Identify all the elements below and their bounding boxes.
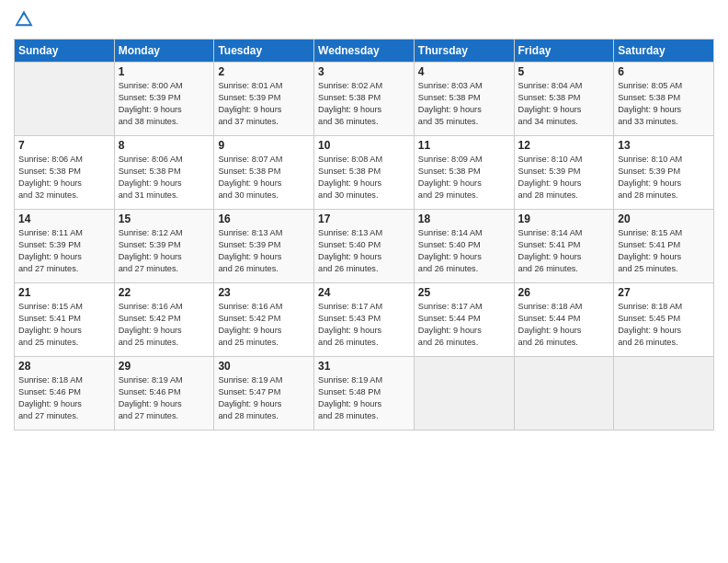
calendar-cell: 22Sunrise: 8:16 AM Sunset: 5:42 PM Dayli… (114, 283, 214, 357)
day-number: 5 (518, 65, 610, 78)
calendar-cell: 13Sunrise: 8:10 AM Sunset: 5:39 PM Dayli… (614, 136, 714, 210)
calendar-cell: 23Sunrise: 8:16 AM Sunset: 5:42 PM Dayli… (214, 283, 314, 357)
day-number: 1 (119, 65, 210, 78)
calendar-cell: 19Sunrise: 8:14 AM Sunset: 5:41 PM Dayli… (514, 210, 614, 283)
day-info: Sunrise: 8:02 AM Sunset: 5:38 PM Dayligh… (318, 80, 410, 128)
calendar: SundayMondayTuesdayWednesdayThursdayFrid… (14, 39, 714, 431)
day-number: 14 (18, 213, 110, 225)
day-number: 28 (18, 360, 110, 373)
day-number: 24 (318, 286, 410, 299)
day-info: Sunrise: 8:16 AM Sunset: 5:42 PM Dayligh… (218, 301, 310, 349)
calendar-week-row: 7Sunrise: 8:06 AM Sunset: 5:38 PM Daylig… (15, 136, 714, 210)
calendar-cell: 27Sunrise: 8:18 AM Sunset: 5:45 PM Dayli… (614, 283, 714, 357)
day-number: 4 (418, 65, 510, 78)
calendar-cell: 11Sunrise: 8:09 AM Sunset: 5:38 PM Dayli… (414, 136, 514, 210)
day-info: Sunrise: 8:14 AM Sunset: 5:41 PM Dayligh… (518, 227, 610, 275)
day-info: Sunrise: 8:19 AM Sunset: 5:48 PM Dayligh… (318, 374, 410, 422)
day-number: 11 (418, 139, 510, 152)
calendar-cell: 18Sunrise: 8:14 AM Sunset: 5:40 PM Dayli… (414, 210, 514, 283)
day-info: Sunrise: 8:18 AM Sunset: 5:46 PM Dayligh… (18, 374, 110, 422)
weekday-header: Tuesday (214, 40, 314, 63)
day-info: Sunrise: 8:13 AM Sunset: 5:39 PM Dayligh… (218, 227, 310, 275)
calendar-cell (414, 357, 514, 431)
day-number: 13 (618, 139, 710, 152)
day-info: Sunrise: 8:19 AM Sunset: 5:46 PM Dayligh… (119, 374, 210, 422)
calendar-cell (614, 357, 714, 431)
day-number: 30 (218, 360, 310, 373)
calendar-cell: 16Sunrise: 8:13 AM Sunset: 5:39 PM Dayli… (214, 210, 314, 283)
weekday-header: Monday (114, 40, 214, 63)
calendar-cell: 25Sunrise: 8:17 AM Sunset: 5:44 PM Dayli… (414, 283, 514, 357)
calendar-cell: 8Sunrise: 8:06 AM Sunset: 5:38 PM Daylig… (114, 136, 214, 210)
logo (14, 9, 36, 31)
day-info: Sunrise: 8:01 AM Sunset: 5:39 PM Dayligh… (218, 80, 310, 128)
day-info: Sunrise: 8:13 AM Sunset: 5:40 PM Dayligh… (318, 227, 410, 275)
day-info: Sunrise: 8:09 AM Sunset: 5:38 PM Dayligh… (418, 154, 510, 201)
day-number: 25 (418, 286, 510, 299)
day-info: Sunrise: 8:14 AM Sunset: 5:40 PM Dayligh… (418, 227, 510, 275)
calendar-header: SundayMondayTuesdayWednesdayThursdayFrid… (15, 40, 714, 63)
header (14, 9, 714, 31)
calendar-cell: 5Sunrise: 8:04 AM Sunset: 5:38 PM Daylig… (514, 63, 614, 136)
calendar-cell: 28Sunrise: 8:18 AM Sunset: 5:46 PM Dayli… (15, 357, 115, 431)
day-info: Sunrise: 8:04 AM Sunset: 5:38 PM Dayligh… (518, 80, 610, 128)
calendar-week-row: 14Sunrise: 8:11 AM Sunset: 5:39 PM Dayli… (15, 210, 714, 283)
day-number: 2 (218, 65, 310, 78)
day-number: 26 (518, 286, 610, 299)
day-number: 8 (119, 139, 210, 152)
day-number: 9 (218, 139, 310, 152)
day-info: Sunrise: 8:05 AM Sunset: 5:38 PM Dayligh… (618, 80, 710, 128)
calendar-cell: 17Sunrise: 8:13 AM Sunset: 5:40 PM Dayli… (314, 210, 415, 283)
page: SundayMondayTuesdayWednesdayThursdayFrid… (0, 0, 728, 563)
day-info: Sunrise: 8:00 AM Sunset: 5:39 PM Dayligh… (119, 80, 210, 128)
day-info: Sunrise: 8:07 AM Sunset: 5:38 PM Dayligh… (218, 154, 310, 201)
weekday-header: Saturday (614, 40, 714, 63)
day-number: 6 (618, 65, 710, 78)
calendar-cell: 24Sunrise: 8:17 AM Sunset: 5:43 PM Dayli… (314, 283, 415, 357)
day-number: 31 (318, 360, 410, 373)
calendar-week-row: 21Sunrise: 8:15 AM Sunset: 5:41 PM Dayli… (15, 283, 714, 357)
calendar-cell: 26Sunrise: 8:18 AM Sunset: 5:44 PM Dayli… (514, 283, 614, 357)
day-number: 7 (18, 139, 110, 152)
day-number: 15 (119, 213, 210, 225)
day-info: Sunrise: 8:15 AM Sunset: 5:41 PM Dayligh… (618, 227, 710, 275)
weekday-header: Friday (514, 40, 614, 63)
calendar-cell: 14Sunrise: 8:11 AM Sunset: 5:39 PM Dayli… (15, 210, 115, 283)
day-info: Sunrise: 8:15 AM Sunset: 5:41 PM Dayligh… (18, 301, 110, 349)
day-info: Sunrise: 8:11 AM Sunset: 5:39 PM Dayligh… (18, 227, 110, 275)
calendar-week-row: 1Sunrise: 8:00 AM Sunset: 5:39 PM Daylig… (15, 63, 714, 136)
day-number: 12 (518, 139, 610, 152)
calendar-cell: 6Sunrise: 8:05 AM Sunset: 5:38 PM Daylig… (614, 63, 714, 136)
calendar-cell: 31Sunrise: 8:19 AM Sunset: 5:48 PM Dayli… (314, 357, 415, 431)
day-number: 19 (518, 213, 610, 225)
day-number: 22 (119, 286, 210, 299)
day-info: Sunrise: 8:06 AM Sunset: 5:38 PM Dayligh… (119, 154, 210, 201)
calendar-cell: 4Sunrise: 8:03 AM Sunset: 5:38 PM Daylig… (414, 63, 514, 136)
day-info: Sunrise: 8:12 AM Sunset: 5:39 PM Dayligh… (119, 227, 210, 275)
calendar-cell (15, 63, 115, 136)
calendar-cell: 21Sunrise: 8:15 AM Sunset: 5:41 PM Dayli… (15, 283, 115, 357)
day-info: Sunrise: 8:10 AM Sunset: 5:39 PM Dayligh… (518, 154, 610, 201)
day-info: Sunrise: 8:03 AM Sunset: 5:38 PM Dayligh… (418, 80, 510, 128)
day-number: 23 (218, 286, 310, 299)
calendar-cell: 7Sunrise: 8:06 AM Sunset: 5:38 PM Daylig… (15, 136, 115, 210)
day-number: 10 (318, 139, 410, 152)
day-number: 3 (318, 65, 410, 78)
calendar-cell: 12Sunrise: 8:10 AM Sunset: 5:39 PM Dayli… (514, 136, 614, 210)
day-info: Sunrise: 8:18 AM Sunset: 5:44 PM Dayligh… (518, 301, 610, 349)
day-info: Sunrise: 8:18 AM Sunset: 5:45 PM Dayligh… (618, 301, 710, 349)
calendar-cell: 10Sunrise: 8:08 AM Sunset: 5:38 PM Dayli… (314, 136, 415, 210)
calendar-cell: 15Sunrise: 8:12 AM Sunset: 5:39 PM Dayli… (114, 210, 214, 283)
day-info: Sunrise: 8:17 AM Sunset: 5:43 PM Dayligh… (318, 301, 410, 349)
calendar-cell: 29Sunrise: 8:19 AM Sunset: 5:46 PM Dayli… (114, 357, 214, 431)
calendar-cell: 20Sunrise: 8:15 AM Sunset: 5:41 PM Dayli… (614, 210, 714, 283)
day-info: Sunrise: 8:06 AM Sunset: 5:38 PM Dayligh… (18, 154, 110, 201)
calendar-cell: 2Sunrise: 8:01 AM Sunset: 5:39 PM Daylig… (214, 63, 314, 136)
day-info: Sunrise: 8:16 AM Sunset: 5:42 PM Dayligh… (119, 301, 210, 349)
calendar-body: 1Sunrise: 8:00 AM Sunset: 5:39 PM Daylig… (15, 63, 714, 431)
day-number: 17 (318, 213, 410, 225)
weekday-header: Sunday (15, 40, 115, 63)
calendar-cell (514, 357, 614, 431)
day-number: 27 (618, 286, 710, 299)
calendar-cell: 30Sunrise: 8:19 AM Sunset: 5:47 PM Dayli… (214, 357, 314, 431)
